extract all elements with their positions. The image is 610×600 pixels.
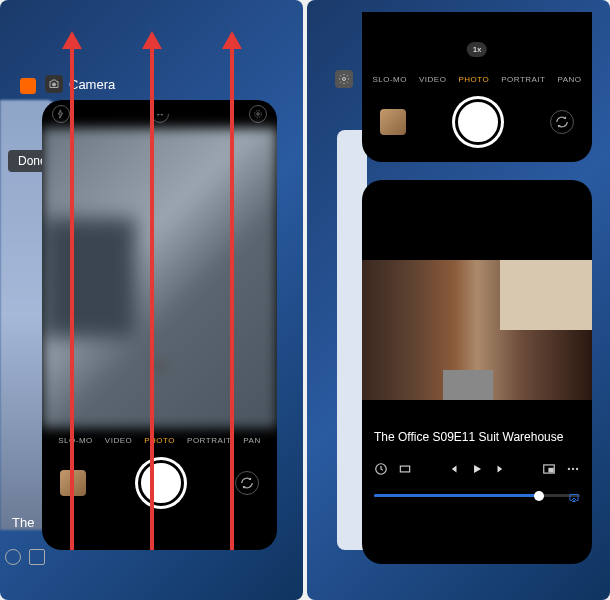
phone-notch	[120, 100, 200, 114]
play-icon[interactable]	[470, 462, 484, 476]
live-photo-icon[interactable]	[249, 105, 267, 123]
video-player-card[interactable]: The Office S09E11 Suit Warehouse	[362, 180, 592, 564]
mode-slomo[interactable]: SLO-MO	[372, 75, 407, 84]
mode-video[interactable]: VIDEO	[419, 75, 446, 84]
svg-point-3	[343, 78, 346, 81]
aspect-icon[interactable]	[398, 462, 412, 476]
airplay-icon[interactable]	[568, 490, 580, 502]
video-title-truncated: The	[12, 515, 34, 530]
clock-icon[interactable]	[374, 462, 388, 476]
video-title: The Office S09E11 Suit Warehouse	[362, 400, 592, 454]
svg-point-0	[52, 83, 56, 87]
mode-photo[interactable]: PHOTO	[458, 75, 489, 84]
progress-knob[interactable]	[534, 491, 544, 501]
aspect-icon[interactable]	[29, 549, 45, 565]
player-controls	[362, 454, 592, 484]
camera-app-icon	[45, 75, 63, 93]
swipe-up-arrow-icon	[230, 45, 234, 550]
pip-icon[interactable]	[542, 462, 556, 476]
mode-pano[interactable]: PAN	[243, 436, 260, 445]
camera-app-card[interactable]: SLO-MO VIDEO PHOTO PORTRAIT PAN	[42, 100, 277, 550]
svg-rect-7	[549, 468, 553, 472]
camera-mode-selector[interactable]: SLO-MO VIDEO PHOTO PORTRAIT PANO	[362, 67, 592, 92]
mode-portrait[interactable]: PORTRAIT	[187, 436, 231, 445]
next-icon[interactable]	[494, 462, 508, 476]
camera-viewfinder[interactable]	[42, 128, 277, 428]
shutter-button[interactable]	[455, 99, 501, 145]
last-photo-thumbnail[interactable]	[380, 109, 406, 135]
mode-video[interactable]: VIDEO	[105, 436, 132, 445]
camera-card-dismissing[interactable]: 1x SLO-MO VIDEO PHOTO PORTRAIT PANO	[362, 12, 592, 162]
mode-slomo[interactable]: SLO-MO	[58, 436, 93, 445]
camera-mode-selector[interactable]: SLO-MO VIDEO PHOTO PORTRAIT PAN	[42, 428, 277, 453]
clock-icon[interactable]	[5, 549, 21, 565]
flash-off-icon[interactable]	[52, 105, 70, 123]
svg-point-10	[576, 468, 578, 470]
svg-point-2	[255, 111, 262, 118]
svg-point-1	[257, 113, 260, 116]
camera-shutter-row	[42, 453, 277, 513]
focus-indicator	[153, 359, 167, 373]
mode-photo[interactable]: PHOTO	[144, 436, 175, 445]
app-card-header: Camera	[45, 75, 115, 93]
swipe-up-arrow-icon	[150, 45, 154, 550]
zoom-badge[interactable]: 1x	[467, 42, 487, 57]
right-panel-app-switcher: 1x SLO-MO VIDEO PHOTO PORTRAIT PANO The …	[307, 0, 610, 600]
svg-point-9	[572, 468, 574, 470]
video-frame[interactable]	[362, 260, 592, 400]
camera-flip-icon[interactable]	[235, 471, 259, 495]
video-mini-controls	[5, 549, 45, 565]
camera-shutter-row	[362, 92, 592, 152]
app-card-label: Camera	[69, 77, 115, 92]
svg-rect-5	[400, 466, 409, 472]
swipe-up-arrow-icon	[70, 45, 74, 550]
svg-point-8	[568, 468, 570, 470]
gear-icon	[335, 70, 353, 88]
camera-flip-icon[interactable]	[550, 110, 574, 134]
mode-portrait[interactable]: PORTRAIT	[501, 75, 545, 84]
mode-pano[interactable]: PANO	[558, 75, 582, 84]
more-icon[interactable]	[566, 462, 580, 476]
progress-fill	[374, 494, 539, 497]
previous-icon[interactable]	[446, 462, 460, 476]
vlc-app-icon	[20, 78, 36, 94]
shutter-button[interactable]	[138, 460, 184, 506]
progress-bar[interactable]	[374, 494, 580, 497]
left-panel-app-switcher: Done The Camera	[0, 0, 303, 600]
